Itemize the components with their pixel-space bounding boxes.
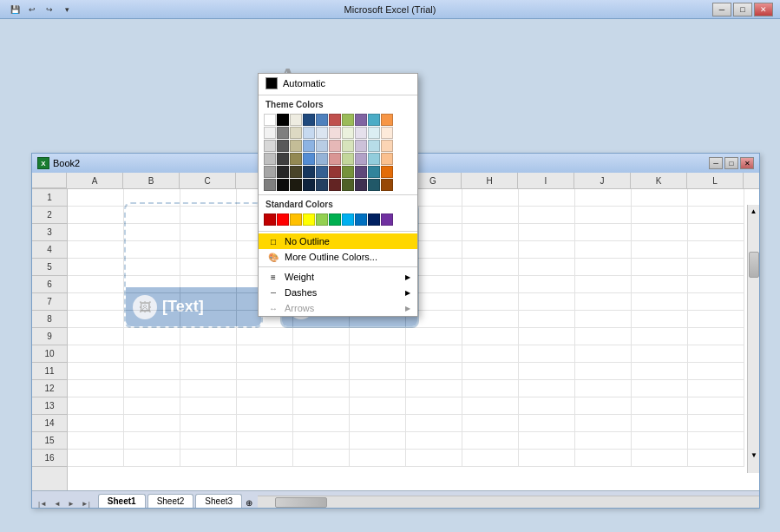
color-darkblue[interactable] xyxy=(303,114,315,126)
color-cream[interactable] xyxy=(290,114,302,126)
row-15[interactable]: 15 xyxy=(32,432,67,450)
color-blue[interactable] xyxy=(316,114,328,126)
tc-r2-2[interactable] xyxy=(290,140,302,152)
tc-r3-9[interactable] xyxy=(381,153,393,165)
tc-r5-0[interactable] xyxy=(264,179,276,191)
tc-r4-6[interactable] xyxy=(342,166,354,178)
tc-r1-6[interactable] xyxy=(342,127,354,139)
more-outline-colors-option[interactable]: 🎨 More Outline Colors... xyxy=(259,249,417,265)
undo-button[interactable]: ↩ xyxy=(24,3,40,16)
tc-r3-4[interactable] xyxy=(316,153,328,165)
col-header-i[interactable]: I xyxy=(518,173,574,188)
col-header-l[interactable]: L xyxy=(687,173,744,188)
sc-orange[interactable] xyxy=(290,213,302,226)
scroll-thumb-vertical[interactable] xyxy=(749,252,759,278)
sheet-tab-1[interactable]: Sheet1 xyxy=(98,494,146,508)
sc-darkred[interactable] xyxy=(264,213,276,226)
tab-first[interactable]: |◄ xyxy=(36,500,49,508)
row-1[interactable]: 1 xyxy=(32,189,67,207)
col-header-b[interactable]: B xyxy=(123,173,180,188)
color-orange[interactable] xyxy=(381,114,393,126)
tc-r1-8[interactable] xyxy=(368,127,380,139)
row-6[interactable]: 6 xyxy=(32,276,67,293)
minimize-button[interactable]: ─ xyxy=(712,3,731,16)
tc-r5-5[interactable] xyxy=(329,179,341,191)
tc-r1-3[interactable] xyxy=(303,127,315,139)
sc-darkblue[interactable] xyxy=(368,213,380,226)
row-11[interactable]: 11 xyxy=(32,363,67,380)
sc-blue[interactable] xyxy=(355,213,367,226)
tc-r1-2[interactable] xyxy=(290,127,302,139)
dashes-option[interactable]: ┄ Dashes ▶ xyxy=(259,285,417,300)
tc-r2-0[interactable] xyxy=(264,140,276,152)
tc-r4-4[interactable] xyxy=(316,166,328,178)
tc-r3-7[interactable] xyxy=(355,153,367,165)
tc-r5-2[interactable] xyxy=(290,179,302,191)
horizontal-scroll-thumb[interactable] xyxy=(275,497,327,508)
sc-green[interactable] xyxy=(329,213,341,226)
save-button[interactable]: 💾 xyxy=(7,3,23,16)
tc-r2-5[interactable] xyxy=(329,140,341,152)
row-12[interactable]: 12 xyxy=(32,380,67,397)
row-4[interactable]: 4 xyxy=(32,241,67,259)
col-header-h[interactable]: H xyxy=(462,173,518,188)
tc-r1-4[interactable] xyxy=(316,127,328,139)
tc-r3-1[interactable] xyxy=(277,153,289,165)
col-header-j[interactable]: J xyxy=(574,173,631,188)
tc-r2-8[interactable] xyxy=(368,140,380,152)
tc-r1-9[interactable] xyxy=(381,127,393,139)
row-2[interactable]: 2 xyxy=(32,207,67,224)
tc-r3-2[interactable] xyxy=(290,153,302,165)
color-green[interactable] xyxy=(342,114,354,126)
tab-next[interactable]: ► xyxy=(65,500,77,508)
tc-r4-5[interactable] xyxy=(329,166,341,178)
tab-prev[interactable]: ◄ xyxy=(51,500,63,508)
tc-r5-1[interactable] xyxy=(277,179,289,191)
tc-r5-9[interactable] xyxy=(381,179,393,191)
tc-r3-6[interactable] xyxy=(342,153,354,165)
automatic-color-option[interactable]: Automatic xyxy=(259,74,417,93)
color-purple[interactable] xyxy=(355,114,367,126)
sc-lightgreen[interactable] xyxy=(316,213,328,226)
row-5[interactable]: 5 xyxy=(32,259,67,276)
row-16[interactable]: 16 xyxy=(32,450,67,467)
row-10[interactable]: 10 xyxy=(32,345,67,363)
tc-r5-3[interactable] xyxy=(303,179,315,191)
select-all-corner[interactable] xyxy=(32,173,67,188)
row-3[interactable]: 3 xyxy=(32,224,67,241)
tc-r2-7[interactable] xyxy=(355,140,367,152)
row-14[interactable]: 14 xyxy=(32,415,67,432)
tc-r4-7[interactable] xyxy=(355,166,367,178)
row-8[interactable]: 8 xyxy=(32,311,67,328)
scroll-up-arrow[interactable]: ▲ xyxy=(748,205,759,217)
tc-r3-5[interactable] xyxy=(329,153,341,165)
sc-purple[interactable] xyxy=(381,213,393,226)
color-red[interactable] xyxy=(329,114,341,126)
new-sheet-button[interactable]: ⊕ xyxy=(246,498,252,508)
redo-button[interactable]: ↪ xyxy=(42,3,57,16)
tc-r4-1[interactable] xyxy=(277,166,289,178)
color-lightblue[interactable] xyxy=(368,114,380,126)
tc-r1-1[interactable] xyxy=(277,127,289,139)
sc-red[interactable] xyxy=(277,213,289,226)
tc-r4-3[interactable] xyxy=(303,166,315,178)
tc-r1-7[interactable] xyxy=(355,127,367,139)
excel-close[interactable]: ✕ xyxy=(740,157,754,169)
maximize-button[interactable]: □ xyxy=(733,3,752,16)
tc-r3-0[interactable] xyxy=(264,153,276,165)
arrows-option[interactable]: ↔ Arrows ▶ xyxy=(259,300,417,316)
tab-last[interactable]: ►| xyxy=(79,500,93,508)
tc-r5-8[interactable] xyxy=(368,179,380,191)
sheet-tab-2[interactable]: Sheet2 xyxy=(147,494,194,508)
row-13[interactable]: 13 xyxy=(32,397,67,415)
vertical-scrollbar[interactable]: ▲ ▼ xyxy=(747,205,759,473)
tc-r2-1[interactable] xyxy=(277,140,289,152)
tc-r5-4[interactable] xyxy=(316,179,328,191)
col-header-k[interactable]: K xyxy=(631,173,687,188)
tc-r1-0[interactable] xyxy=(264,127,276,139)
tc-r4-2[interactable] xyxy=(290,166,302,178)
tc-r4-8[interactable] xyxy=(368,166,380,178)
tc-r2-4[interactable] xyxy=(316,140,328,152)
sc-yellow[interactable] xyxy=(303,213,315,226)
excel-restore[interactable]: □ xyxy=(724,157,738,169)
